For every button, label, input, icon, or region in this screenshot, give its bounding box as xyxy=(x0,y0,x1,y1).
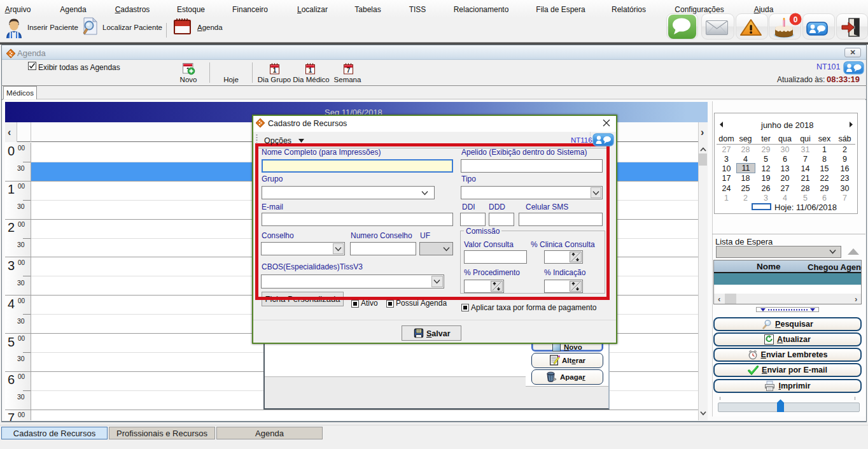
svg-text:1: 1 xyxy=(309,67,312,74)
svg-text:1: 1 xyxy=(273,67,277,74)
svg-text:0: 0 xyxy=(794,15,798,24)
svg-text:7: 7 xyxy=(347,67,351,74)
